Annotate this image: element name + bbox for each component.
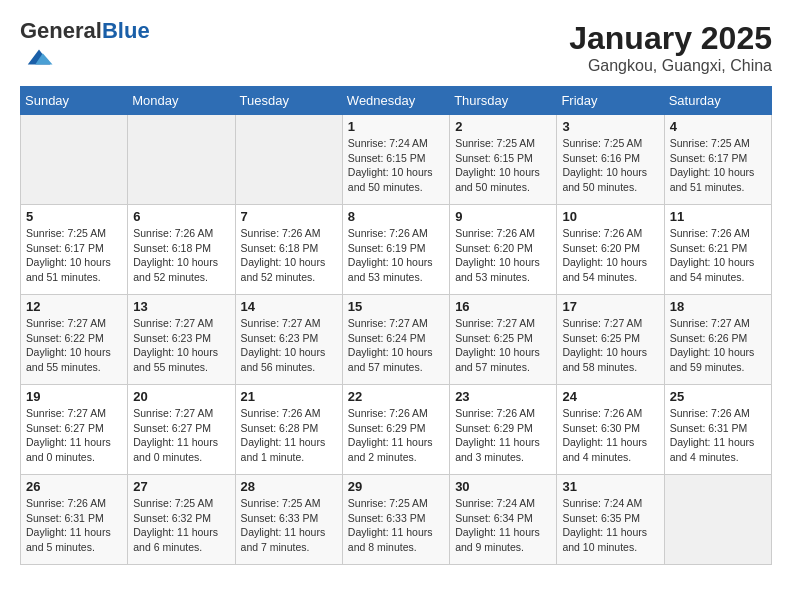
day-number: 23: [455, 389, 551, 404]
day-info: Sunrise: 7:27 AM Sunset: 6:25 PM Dayligh…: [562, 316, 658, 375]
day-number: 16: [455, 299, 551, 314]
calendar-day-cell: 3Sunrise: 7:25 AM Sunset: 6:16 PM Daylig…: [557, 115, 664, 205]
logo-blue-text: Blue: [102, 18, 150, 43]
day-number: 21: [241, 389, 337, 404]
calendar-day-cell: 26Sunrise: 7:26 AM Sunset: 6:31 PM Dayli…: [21, 475, 128, 565]
day-number: 8: [348, 209, 444, 224]
day-info: Sunrise: 7:24 AM Sunset: 6:15 PM Dayligh…: [348, 136, 444, 195]
calendar-day-cell: 19Sunrise: 7:27 AM Sunset: 6:27 PM Dayli…: [21, 385, 128, 475]
day-number: 29: [348, 479, 444, 494]
calendar-day-cell: 2Sunrise: 7:25 AM Sunset: 6:15 PM Daylig…: [450, 115, 557, 205]
calendar-day-cell: 16Sunrise: 7:27 AM Sunset: 6:25 PM Dayli…: [450, 295, 557, 385]
day-info: Sunrise: 7:26 AM Sunset: 6:29 PM Dayligh…: [455, 406, 551, 465]
calendar-day-cell: 18Sunrise: 7:27 AM Sunset: 6:26 PM Dayli…: [664, 295, 771, 385]
calendar-day-cell: 22Sunrise: 7:26 AM Sunset: 6:29 PM Dayli…: [342, 385, 449, 475]
day-info: Sunrise: 7:25 AM Sunset: 6:16 PM Dayligh…: [562, 136, 658, 195]
calendar-day-cell: 27Sunrise: 7:25 AM Sunset: 6:32 PM Dayli…: [128, 475, 235, 565]
calendar-day-cell: [235, 115, 342, 205]
day-number: 7: [241, 209, 337, 224]
day-info: Sunrise: 7:27 AM Sunset: 6:26 PM Dayligh…: [670, 316, 766, 375]
day-number: 19: [26, 389, 122, 404]
day-number: 5: [26, 209, 122, 224]
day-number: 2: [455, 119, 551, 134]
calendar-day-cell: 24Sunrise: 7:26 AM Sunset: 6:30 PM Dayli…: [557, 385, 664, 475]
month-year-title: January 2025: [569, 20, 772, 57]
day-info: Sunrise: 7:27 AM Sunset: 6:27 PM Dayligh…: [26, 406, 122, 465]
calendar-day-cell: 8Sunrise: 7:26 AM Sunset: 6:19 PM Daylig…: [342, 205, 449, 295]
day-number: 31: [562, 479, 658, 494]
day-info: Sunrise: 7:26 AM Sunset: 6:18 PM Dayligh…: [133, 226, 229, 285]
day-number: 6: [133, 209, 229, 224]
day-info: Sunrise: 7:25 AM Sunset: 6:33 PM Dayligh…: [348, 496, 444, 555]
calendar-day-cell: [664, 475, 771, 565]
page-header: GeneralBlue January 2025 Gangkou, Guangx…: [20, 20, 772, 76]
calendar-week-3: 12Sunrise: 7:27 AM Sunset: 6:22 PM Dayli…: [21, 295, 772, 385]
calendar-day-cell: [21, 115, 128, 205]
day-info: Sunrise: 7:27 AM Sunset: 6:27 PM Dayligh…: [133, 406, 229, 465]
calendar-day-cell: 14Sunrise: 7:27 AM Sunset: 6:23 PM Dayli…: [235, 295, 342, 385]
logo: GeneralBlue: [20, 20, 150, 76]
calendar-day-cell: 12Sunrise: 7:27 AM Sunset: 6:22 PM Dayli…: [21, 295, 128, 385]
day-info: Sunrise: 7:27 AM Sunset: 6:25 PM Dayligh…: [455, 316, 551, 375]
calendar-day-cell: 4Sunrise: 7:25 AM Sunset: 6:17 PM Daylig…: [664, 115, 771, 205]
calendar-day-cell: 28Sunrise: 7:25 AM Sunset: 6:33 PM Dayli…: [235, 475, 342, 565]
day-info: Sunrise: 7:26 AM Sunset: 6:19 PM Dayligh…: [348, 226, 444, 285]
day-info: Sunrise: 7:26 AM Sunset: 6:20 PM Dayligh…: [562, 226, 658, 285]
day-number: 11: [670, 209, 766, 224]
calendar-week-1: 1Sunrise: 7:24 AM Sunset: 6:15 PM Daylig…: [21, 115, 772, 205]
calendar-day-cell: 13Sunrise: 7:27 AM Sunset: 6:23 PM Dayli…: [128, 295, 235, 385]
day-info: Sunrise: 7:25 AM Sunset: 6:32 PM Dayligh…: [133, 496, 229, 555]
day-info: Sunrise: 7:27 AM Sunset: 6:24 PM Dayligh…: [348, 316, 444, 375]
day-number: 12: [26, 299, 122, 314]
day-number: 15: [348, 299, 444, 314]
day-info: Sunrise: 7:25 AM Sunset: 6:33 PM Dayligh…: [241, 496, 337, 555]
calendar-day-cell: 20Sunrise: 7:27 AM Sunset: 6:27 PM Dayli…: [128, 385, 235, 475]
weekday-header-wednesday: Wednesday: [342, 87, 449, 115]
day-number: 30: [455, 479, 551, 494]
calendar-day-cell: 1Sunrise: 7:24 AM Sunset: 6:15 PM Daylig…: [342, 115, 449, 205]
day-number: 13: [133, 299, 229, 314]
weekday-header-sunday: Sunday: [21, 87, 128, 115]
day-number: 25: [670, 389, 766, 404]
day-info: Sunrise: 7:27 AM Sunset: 6:23 PM Dayligh…: [133, 316, 229, 375]
day-info: Sunrise: 7:24 AM Sunset: 6:35 PM Dayligh…: [562, 496, 658, 555]
logo-icon: [24, 42, 54, 72]
day-info: Sunrise: 7:26 AM Sunset: 6:31 PM Dayligh…: [670, 406, 766, 465]
calendar-week-5: 26Sunrise: 7:26 AM Sunset: 6:31 PM Dayli…: [21, 475, 772, 565]
calendar-day-cell: 30Sunrise: 7:24 AM Sunset: 6:34 PM Dayli…: [450, 475, 557, 565]
day-info: Sunrise: 7:26 AM Sunset: 6:30 PM Dayligh…: [562, 406, 658, 465]
day-info: Sunrise: 7:26 AM Sunset: 6:29 PM Dayligh…: [348, 406, 444, 465]
day-info: Sunrise: 7:25 AM Sunset: 6:17 PM Dayligh…: [670, 136, 766, 195]
day-number: 1: [348, 119, 444, 134]
day-number: 3: [562, 119, 658, 134]
weekday-header-row: SundayMondayTuesdayWednesdayThursdayFrid…: [21, 87, 772, 115]
calendar-day-cell: 11Sunrise: 7:26 AM Sunset: 6:21 PM Dayli…: [664, 205, 771, 295]
day-number: 17: [562, 299, 658, 314]
calendar-day-cell: 7Sunrise: 7:26 AM Sunset: 6:18 PM Daylig…: [235, 205, 342, 295]
day-info: Sunrise: 7:26 AM Sunset: 6:21 PM Dayligh…: [670, 226, 766, 285]
day-info: Sunrise: 7:24 AM Sunset: 6:34 PM Dayligh…: [455, 496, 551, 555]
calendar-week-4: 19Sunrise: 7:27 AM Sunset: 6:27 PM Dayli…: [21, 385, 772, 475]
calendar-day-cell: 17Sunrise: 7:27 AM Sunset: 6:25 PM Dayli…: [557, 295, 664, 385]
day-info: Sunrise: 7:26 AM Sunset: 6:18 PM Dayligh…: [241, 226, 337, 285]
weekday-header-friday: Friday: [557, 87, 664, 115]
calendar-day-cell: [128, 115, 235, 205]
location-subtitle: Gangkou, Guangxi, China: [569, 57, 772, 75]
day-number: 27: [133, 479, 229, 494]
weekday-header-thursday: Thursday: [450, 87, 557, 115]
day-number: 14: [241, 299, 337, 314]
calendar-day-cell: 6Sunrise: 7:26 AM Sunset: 6:18 PM Daylig…: [128, 205, 235, 295]
title-block: January 2025 Gangkou, Guangxi, China: [569, 20, 772, 75]
day-info: Sunrise: 7:26 AM Sunset: 6:31 PM Dayligh…: [26, 496, 122, 555]
day-number: 10: [562, 209, 658, 224]
day-number: 24: [562, 389, 658, 404]
weekday-header-saturday: Saturday: [664, 87, 771, 115]
day-number: 18: [670, 299, 766, 314]
calendar-day-cell: 31Sunrise: 7:24 AM Sunset: 6:35 PM Dayli…: [557, 475, 664, 565]
day-number: 28: [241, 479, 337, 494]
calendar-day-cell: 25Sunrise: 7:26 AM Sunset: 6:31 PM Dayli…: [664, 385, 771, 475]
day-number: 4: [670, 119, 766, 134]
calendar-day-cell: 10Sunrise: 7:26 AM Sunset: 6:20 PM Dayli…: [557, 205, 664, 295]
calendar-day-cell: 5Sunrise: 7:25 AM Sunset: 6:17 PM Daylig…: [21, 205, 128, 295]
calendar-day-cell: 23Sunrise: 7:26 AM Sunset: 6:29 PM Dayli…: [450, 385, 557, 475]
